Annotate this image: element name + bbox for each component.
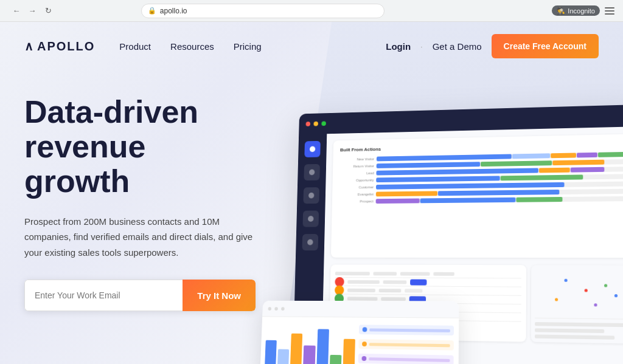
forward-button[interactable]: → xyxy=(26,4,39,18)
table-header-row xyxy=(335,269,522,278)
browser-chrome: ← → ↻ 🔒 apollo.io 🕵 Incognito xyxy=(0,0,623,22)
metric-dot-3 xyxy=(361,356,366,361)
mockup-minimize-dot xyxy=(313,122,318,126)
card2-right-panel xyxy=(358,322,454,364)
bar-label-6: Evangelist xyxy=(339,193,374,196)
address-bar[interactable]: 🔒 apollo.io xyxy=(141,4,385,18)
back-button[interactable]: ← xyxy=(10,4,23,18)
mini-bar-6 xyxy=(330,355,342,364)
col-name xyxy=(335,272,370,275)
mini-bar-5 xyxy=(316,329,329,364)
cell-name-3 xyxy=(347,297,378,300)
mockup-close-dot xyxy=(306,122,311,126)
bar-label-5: Customer xyxy=(339,185,374,190)
browser-nav-buttons[interactable]: ← → ↻ xyxy=(10,4,55,18)
nav-product[interactable]: Product xyxy=(119,41,151,52)
bar-row-5: Customer xyxy=(339,181,623,190)
metric-dot-2 xyxy=(362,342,367,346)
sidebar-analytics xyxy=(302,210,319,227)
scatter-dot-1 xyxy=(565,279,568,282)
cell-name-2 xyxy=(347,288,375,292)
scatter-dot-4 xyxy=(604,284,607,287)
card2-dot-2 xyxy=(274,307,278,311)
email-input[interactable] xyxy=(24,280,183,311)
mockup-expand-dot xyxy=(321,121,326,126)
cell-title-3 xyxy=(381,297,406,300)
mini-bar-7 xyxy=(343,338,355,364)
bar-label-4: Opportunity xyxy=(339,178,374,182)
metric-bar-2 xyxy=(369,343,450,347)
nav-right: Login · Get a Demo Create Free Account xyxy=(386,34,599,58)
get-demo-link[interactable]: Get a Demo xyxy=(433,41,482,52)
try-it-now-button[interactable]: Try It Now xyxy=(183,280,256,311)
mockup-chart-area: Built From Actions New Visitor xyxy=(331,134,623,258)
reload-button[interactable]: ↻ xyxy=(41,4,55,18)
col-company xyxy=(400,272,430,275)
side-line-2 xyxy=(535,328,604,333)
hero-title-line2: revenue xyxy=(24,129,145,164)
hero-title-line3: growth xyxy=(24,163,130,199)
logo-icon: ∧ xyxy=(24,39,33,53)
card2-metrics xyxy=(358,322,454,364)
hero-title: Data-driven revenue growth xyxy=(24,95,256,199)
logo[interactable]: ∧ APOLLO xyxy=(24,39,95,53)
incognito-button[interactable]: 🕵 Incognito xyxy=(552,5,600,16)
card2-dot-1 xyxy=(268,307,272,311)
hero-content: Data-driven revenue growth Prospect from… xyxy=(24,83,256,311)
nav-links: Product Resources Pricing xyxy=(119,41,261,52)
mockup-secondary-card xyxy=(258,301,459,364)
lock-icon: 🔒 xyxy=(148,7,156,15)
card2-body xyxy=(260,317,459,364)
bar-row-7: Prospect xyxy=(339,196,623,204)
website: ∧ APOLLO Product Resources Pricing Login… xyxy=(0,22,623,364)
mini-bar-1 xyxy=(265,340,277,364)
scatter-dot-3 xyxy=(555,298,558,301)
mini-bar-3 xyxy=(290,333,302,364)
browser-actions: 🕵 Incognito xyxy=(552,5,616,16)
sidebar-settings xyxy=(302,234,318,250)
bar-label-1: New Visitor xyxy=(340,157,375,162)
scatter-dot-2 xyxy=(584,289,587,292)
mini-bar-4 xyxy=(303,345,315,364)
login-link[interactable]: Login xyxy=(386,41,411,52)
chart-bars: New Visitor xyxy=(339,152,623,204)
create-account-button[interactable]: Create Free Account xyxy=(492,34,599,58)
side-line-1 xyxy=(535,322,623,327)
scatter-chart xyxy=(535,269,623,320)
navigation: ∧ APOLLO Product Resources Pricing Login… xyxy=(0,22,623,70)
col-title xyxy=(373,272,397,275)
bar-label-7: Prospect xyxy=(339,199,374,203)
metric-row-1 xyxy=(359,325,454,335)
nav-pricing[interactable]: Pricing xyxy=(234,41,262,52)
chart-title: Built From Actions xyxy=(340,142,623,153)
bar-label-3: Lead xyxy=(339,171,374,176)
cell-action-2 xyxy=(405,289,422,292)
hero-subtitle: Prospect from 200M business contacts and… xyxy=(24,214,256,261)
nav-resources[interactable]: Resources xyxy=(170,41,214,52)
nav-separator: · xyxy=(420,42,423,51)
incognito-icon: 🕵 xyxy=(557,7,565,15)
mini-bar-2 xyxy=(277,349,289,364)
cell-name-1 xyxy=(347,280,380,283)
bar-label-2: Return Visitor xyxy=(339,164,374,168)
cell-action-1 xyxy=(410,279,426,285)
hero-section: Data-driven revenue growth Prospect from… xyxy=(0,70,623,364)
sidebar-search xyxy=(304,164,320,180)
hero-title-line1: Data-driven xyxy=(24,94,198,129)
mini-bar-chart xyxy=(265,321,356,364)
url-text: apollo.io xyxy=(160,7,187,15)
card2-dot-3 xyxy=(281,307,285,311)
card2-header xyxy=(262,301,459,318)
sidebar-contacts xyxy=(303,187,319,204)
scatter-dot-5 xyxy=(594,304,597,307)
dashboard-mockup: Built From Actions New Visitor xyxy=(292,105,623,364)
cell-title-1 xyxy=(383,280,407,284)
browser-menu-button[interactable] xyxy=(605,5,616,16)
side-line-3 xyxy=(535,334,614,339)
incognito-label: Incognito xyxy=(568,7,595,15)
col-status xyxy=(433,272,454,275)
metric-dot-1 xyxy=(363,327,367,332)
bar-track-4 xyxy=(376,174,623,182)
scatter-dot-6 xyxy=(614,294,617,297)
email-form: Try It Now xyxy=(24,280,256,311)
